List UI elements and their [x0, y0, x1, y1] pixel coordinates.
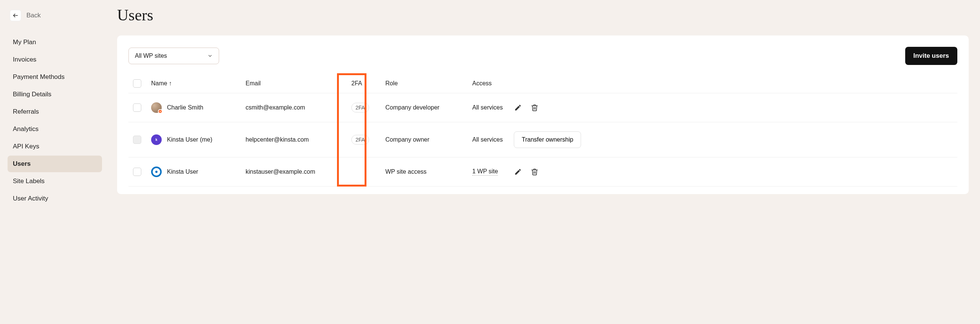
twofa-badge: 2FA	[352, 135, 369, 145]
user-access: All services	[472, 104, 503, 111]
table-header: Name ↑ Email 2FA Role Access	[129, 74, 957, 93]
back-button[interactable]	[10, 10, 21, 21]
user-name: Kinsta User	[167, 168, 198, 175]
user-role: Company developer	[385, 104, 472, 111]
table-row: k Kinsta User (me) helpcenter@kinsta.com…	[129, 122, 957, 157]
chevron-down-icon	[207, 53, 213, 59]
page-title: Users	[117, 6, 969, 24]
user-role: WP site access	[385, 168, 472, 175]
column-header-2fa: 2FA	[352, 80, 385, 87]
sidebar-item-payment-methods[interactable]: Payment Methods	[8, 69, 102, 85]
sidebar-nav: My Plan Invoices Payment Methods Billing…	[8, 34, 102, 207]
table-row: Kinsta User kinstauser@example.com WP si…	[129, 157, 957, 187]
users-card: All WP sites Invite users Name ↑ Email 2…	[117, 35, 969, 194]
arrow-left-icon	[13, 13, 19, 19]
column-header-name[interactable]: Name ↑	[151, 80, 245, 87]
invite-users-button[interactable]: Invite users	[905, 47, 958, 65]
column-header-role: Role	[385, 80, 472, 87]
avatar	[151, 167, 162, 177]
row-checkbox	[133, 135, 141, 144]
transfer-ownership-button[interactable]: Transfer ownership	[514, 132, 581, 148]
sidebar-item-users[interactable]: Users	[8, 156, 102, 172]
edit-button[interactable]	[514, 168, 522, 176]
user-email: csmith@example.com	[245, 104, 352, 111]
delete-button[interactable]	[530, 103, 539, 112]
user-role: Company owner	[385, 136, 472, 143]
sidebar-item-site-labels[interactable]: Site Labels	[8, 173, 102, 189]
pencil-icon	[514, 104, 522, 111]
main-content: Users All WP sites Invite users Name ↑ E…	[106, 0, 980, 215]
sidebar-item-billing-details[interactable]: Billing Details	[8, 86, 102, 103]
back-label: Back	[27, 12, 41, 19]
row-checkbox[interactable]	[133, 168, 141, 176]
sidebar-item-my-plan[interactable]: My Plan	[8, 34, 102, 51]
avatar: k	[151, 135, 162, 145]
pencil-icon	[514, 168, 522, 176]
column-header-email: Email	[245, 80, 352, 87]
column-header-access: Access	[472, 80, 514, 87]
sidebar-item-referrals[interactable]: Referrals	[8, 103, 102, 120]
user-email: helpcenter@kinsta.com	[245, 136, 352, 143]
user-access-link[interactable]: 1 WP site	[472, 168, 498, 176]
user-email: kinstauser@example.com	[245, 168, 352, 175]
avatar: +	[151, 102, 162, 113]
sidebar: Back My Plan Invoices Payment Methods Bi…	[0, 0, 106, 215]
user-name: Kinsta User (me)	[167, 136, 212, 143]
select-all-checkbox[interactable]	[133, 79, 141, 87]
sidebar-item-api-keys[interactable]: API Keys	[8, 138, 102, 155]
twofa-badge: 2FA	[352, 103, 369, 113]
row-checkbox[interactable]	[133, 103, 141, 112]
user-name: Charlie Smith	[167, 104, 203, 111]
wp-sites-filter-label: All WP sites	[135, 52, 167, 59]
table-row: + Charlie Smith csmith@example.com 2FA C…	[129, 93, 957, 122]
wp-sites-filter[interactable]: All WP sites	[129, 48, 219, 64]
delete-button[interactable]	[530, 168, 539, 176]
trash-icon	[531, 104, 538, 111]
trash-icon	[531, 168, 538, 176]
edit-button[interactable]	[514, 103, 522, 112]
sort-asc-icon: ↑	[169, 80, 172, 87]
user-access: All services	[472, 136, 503, 143]
sidebar-item-analytics[interactable]: Analytics	[8, 121, 102, 137]
sidebar-item-invoices[interactable]: Invoices	[8, 51, 102, 68]
sidebar-item-user-activity[interactable]: User Activity	[8, 190, 102, 207]
avatar-badge-icon: +	[158, 109, 162, 114]
